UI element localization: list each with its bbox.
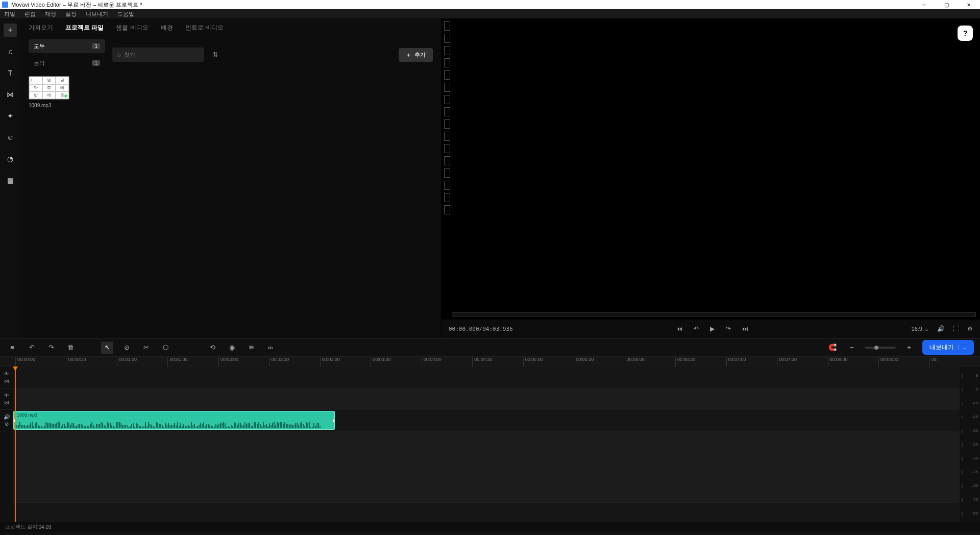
preview-panel: ? 00:00.000/04:03.936 ⏮ ↶ ▶ ↷ ⏭ 16:9 ⌄ 🔊… (442, 18, 980, 338)
tab-intro-video[interactable]: 인트로 비디오 (185, 23, 224, 32)
redo-button[interactable]: ↷ (45, 342, 57, 354)
zoom-slider[interactable] (865, 347, 896, 349)
undo-button[interactable]: ↶ (26, 342, 38, 354)
tab-sample-video[interactable]: 샘플 비디오 (116, 23, 148, 32)
export-button[interactable]: 내보내기 ⌄ (922, 340, 974, 355)
ruler-tick: 00:07:00 (726, 357, 777, 367)
video-track[interactable] (13, 367, 960, 388)
rail-effects-button[interactable]: ✦ (4, 109, 17, 123)
close-button[interactable]: ✕ (958, 0, 980, 9)
step-back-button[interactable]: ↶ (694, 325, 699, 332)
ruler-tick: 00:02:00 (218, 357, 269, 367)
sort-icon: ⇅ (213, 51, 218, 58)
ruler-tick: 00: (929, 357, 979, 367)
search-wrap: ⌕ ⇅ (112, 47, 391, 62)
export-label: 내보내기 (929, 343, 954, 352)
preview-scrubber[interactable] (452, 312, 976, 317)
tab-background[interactable]: 배경 (161, 23, 173, 32)
menu-edit[interactable]: 편집 (24, 10, 36, 18)
rail-stickers-button[interactable]: ☺ (4, 131, 17, 144)
timecode: 00:00.000/04:03.936 (449, 326, 513, 332)
menu-play[interactable]: 재생 (45, 10, 56, 18)
help-button[interactable]: ? (958, 26, 973, 41)
rail-elements-button[interactable]: ◔ (4, 152, 17, 165)
sort-button[interactable]: ⇅ (209, 48, 222, 61)
menu-help[interactable]: 도움말 (117, 10, 134, 18)
text-icon: T (8, 69, 13, 77)
audio-track-controls[interactable]: 🔊⊘ (0, 410, 13, 431)
eye-icon: 👁 (4, 393, 9, 398)
zoom-out-button[interactable]: − (846, 342, 858, 354)
media-thumbnail[interactable]: ♪ 열달 아호레 방에운 1009.mp3 (29, 76, 69, 108)
video-track-controls[interactable]: 👁⋈ (0, 367, 13, 388)
category-all[interactable]: 모두 1 (29, 39, 105, 53)
magnet-button[interactable]: 🧲 (826, 342, 839, 354)
settings-button[interactable]: ⚙ (967, 325, 973, 332)
select-tool[interactable]: ↖ (101, 342, 113, 354)
marker-tool[interactable]: ⬡ (159, 342, 172, 354)
vu-level: |-30 (962, 452, 978, 465)
vu-level: |-50 (962, 507, 978, 520)
minimize-button[interactable]: ─ (913, 0, 935, 9)
ruler-tick: 00:01:00 (117, 357, 167, 367)
window-title: Movavi Video Editor – 무료 버전 – 새로운 프로젝트 * (11, 1, 913, 9)
aspect-ratio-selector[interactable]: 16:9 ⌄ (912, 326, 929, 332)
adjust-tool[interactable]: ≋ (245, 342, 257, 354)
tab-project-files[interactable]: 프로젝트 파일 (65, 23, 104, 32)
library-panel: 가져오기 프로젝트 파일 샘플 비디오 배경 인트로 비디오 모두 1 음악 1… (20, 18, 442, 338)
menu-file[interactable]: 파일 (4, 10, 15, 18)
vu-level: |-20 (962, 424, 978, 437)
menubar: 파일 편집 재생 설정 내보내기 도움말 (0, 9, 980, 18)
smile-icon: ☺ (7, 133, 14, 141)
playhead[interactable] (15, 367, 16, 522)
overlay-track[interactable] (13, 388, 960, 410)
maximize-button[interactable]: ▢ (935, 0, 958, 9)
fullscreen-button[interactable]: ⛶ (953, 325, 959, 332)
crop-tool[interactable]: ⟲ (206, 342, 218, 354)
ruler-tick: 00:08:30 (878, 357, 929, 367)
aspect-ratio-value: 16:9 (912, 326, 922, 332)
rail-audio-button[interactable]: ♫ (4, 45, 17, 58)
ruler-tick: 00:02:30 (269, 357, 320, 367)
rail-import-button[interactable]: ＋ (4, 23, 17, 37)
add-button[interactable]: ＋ 추가 (399, 48, 433, 62)
link-tool[interactable]: ∞ (264, 342, 277, 354)
search-box[interactable]: ⌕ (112, 47, 204, 62)
timeline-ruler[interactable]: 00:00:0000:00:3000:01:0000:01:3000:02:00… (0, 357, 980, 367)
rail-transitions-button[interactable]: ⋈ (4, 88, 17, 101)
vu-meter: |8|-5|-10|-15|-20|-25|-30|-35|-40|-45|-5… (960, 367, 980, 522)
audio-track[interactable]: 1009.mp3 (13, 410, 960, 431)
category-music[interactable]: 음악 1 (29, 56, 105, 70)
add-button-label: 추가 (414, 51, 426, 59)
music-note-icon: ♫ (8, 47, 13, 56)
search-input[interactable] (124, 52, 199, 58)
overlay-track-controls[interactable]: 👁⋈ (0, 388, 13, 410)
ruler-tick: 00:06:30 (675, 357, 726, 367)
empty-track-area[interactable] (13, 431, 960, 503)
menu-export[interactable]: 내보내기 (86, 10, 108, 18)
vu-level: |-5 (962, 383, 978, 396)
cut-tool[interactable]: ⊘ (120, 342, 133, 354)
vu-level: |-10 (962, 397, 978, 409)
waveform (15, 421, 333, 428)
audio-clip[interactable]: 1009.mp3 (13, 411, 335, 430)
rail-titles-button[interactable]: T (4, 66, 17, 80)
next-frame-button[interactable]: ⏭ (742, 325, 748, 332)
thumbnail-filename: 1009.mp3 (29, 100, 69, 108)
scissors-tool[interactable]: ✂ (140, 342, 152, 354)
zoom-in-button[interactable]: + (903, 342, 915, 354)
prev-frame-button[interactable]: ⏮ (676, 325, 682, 332)
rail-more-button[interactable]: ▦ (4, 174, 17, 187)
category-label: 음악 (34, 59, 45, 67)
menu-settings[interactable]: 설정 (65, 10, 77, 18)
delete-button[interactable]: 🗑 (64, 342, 77, 354)
volume-button[interactable]: 🔊 (937, 325, 945, 332)
search-icon: ⌕ (117, 51, 121, 58)
track-options-button[interactable]: ≡ (6, 342, 18, 354)
vu-level: |-25 (962, 438, 978, 451)
play-button[interactable]: ▶ (710, 325, 715, 332)
tab-import[interactable]: 가져오기 (29, 23, 53, 32)
record-tool[interactable]: ◉ (226, 342, 238, 354)
step-forward-button[interactable]: ↷ (726, 325, 731, 332)
transition-icon: ⋈ (7, 90, 14, 99)
